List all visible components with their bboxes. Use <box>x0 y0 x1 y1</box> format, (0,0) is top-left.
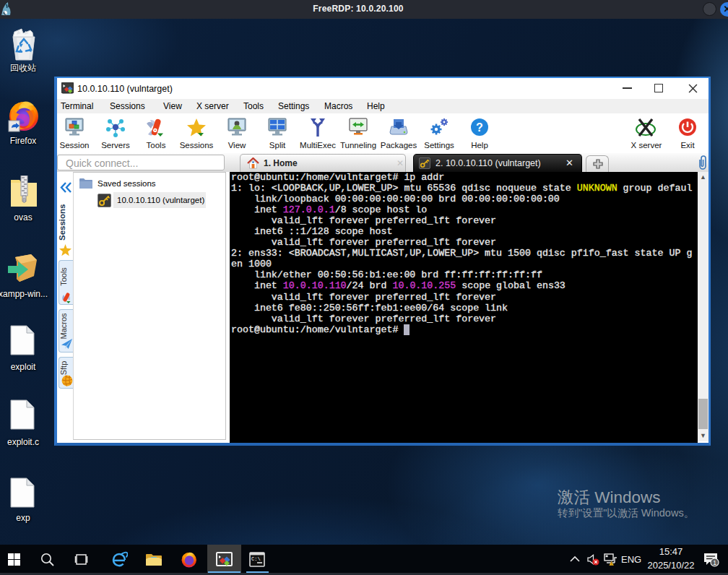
svg-text:?: ? <box>476 121 483 134</box>
svg-text:1: 1 <box>713 559 716 566</box>
svg-text:C:\: C:\ <box>251 556 261 562</box>
